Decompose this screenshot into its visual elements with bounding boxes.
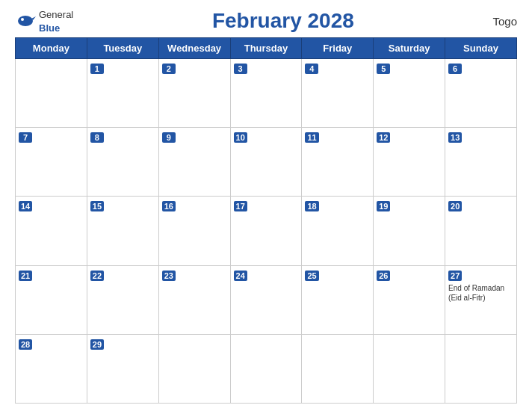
- week-row-1: 123456: [16, 59, 517, 128]
- day-number: 16: [162, 201, 176, 211]
- calendar-cell: 22: [87, 265, 158, 334]
- day-number: 18: [305, 201, 318, 211]
- day-number: 10: [234, 132, 247, 143]
- calendar-cell: 11: [302, 128, 374, 197]
- col-monday: Monday: [16, 38, 87, 59]
- day-number: 24: [234, 271, 247, 281]
- calendar-cell: 28: [16, 334, 87, 403]
- calendar-cell: 21: [16, 265, 87, 334]
- logo-blue-text: Blue: [39, 22, 60, 34]
- svg-point-2: [21, 18, 24, 21]
- weekday-header-row: Monday Tuesday Wednesday Thursday Friday…: [16, 38, 517, 59]
- calendar-cell: 3: [230, 59, 302, 128]
- calendar-cell: [158, 334, 230, 403]
- day-number: 12: [377, 132, 390, 143]
- col-thursday: Thursday: [230, 38, 302, 59]
- event-label: End of Ramadan (Eid al-Fitr): [448, 283, 513, 303]
- calendar-cell: [374, 334, 445, 403]
- calendar-cell: 6: [445, 59, 517, 128]
- calendar-cell: 27End of Ramadan (Eid al-Fitr): [445, 265, 517, 334]
- calendar-cell: 10: [230, 128, 302, 197]
- day-number: 14: [19, 201, 32, 211]
- col-tuesday: Tuesday: [87, 38, 158, 59]
- calendar-cell: 7: [16, 128, 87, 197]
- week-row-4: 21222324252627End of Ramadan (Eid al-Fit…: [16, 265, 517, 334]
- day-number: 1: [90, 64, 104, 74]
- calendar-cell: 8: [87, 128, 158, 197]
- day-number: 29: [90, 339, 104, 350]
- calendar-cell: [445, 334, 517, 403]
- logo-bird-icon: [15, 13, 36, 29]
- calendar-cell: 23: [158, 265, 230, 334]
- calendar-header: General Blue February 2028 Togo: [15, 7, 517, 34]
- logo-general-text: General: [39, 9, 73, 20]
- logo: General Blue: [15, 7, 73, 34]
- day-number: 3: [234, 64, 247, 74]
- week-row-3: 14151617181920: [16, 197, 517, 265]
- calendar-cell: 9: [158, 128, 230, 197]
- calendar-cell: 1: [87, 59, 158, 128]
- col-sunday: Sunday: [445, 38, 517, 59]
- calendar-cell: 14: [16, 197, 87, 265]
- page-title: February 2028: [212, 9, 354, 33]
- day-number: 6: [448, 64, 462, 74]
- calendar-cell: [16, 59, 87, 128]
- calendar-cell: 29: [87, 334, 158, 403]
- calendar-cell: 18: [302, 197, 374, 265]
- week-row-2: 78910111213: [16, 128, 517, 197]
- day-number: 7: [19, 132, 32, 143]
- col-friday: Friday: [302, 38, 374, 59]
- day-number: 4: [305, 64, 318, 74]
- week-row-5: 2829: [16, 334, 517, 403]
- day-number: 20: [448, 201, 462, 211]
- calendar-cell: 26: [374, 265, 445, 334]
- calendar-cell: 24: [230, 265, 302, 334]
- calendar-cell: 2: [158, 59, 230, 128]
- day-number: 8: [90, 132, 104, 143]
- calendar-cell: 16: [158, 197, 230, 265]
- day-number: 23: [162, 271, 176, 281]
- country-label: Togo: [492, 15, 517, 28]
- calendar-cell: 5: [374, 59, 445, 128]
- day-number: 25: [305, 271, 318, 281]
- calendar-cell: [230, 334, 302, 403]
- day-number: 11: [305, 132, 318, 143]
- day-number: 26: [377, 271, 390, 281]
- calendar-table: Monday Tuesday Wednesday Thursday Friday…: [15, 37, 517, 404]
- calendar-cell: 15: [87, 197, 158, 265]
- col-saturday: Saturday: [374, 38, 445, 59]
- day-number: 21: [19, 271, 32, 281]
- calendar-cell: 12: [374, 128, 445, 197]
- day-number: 19: [377, 201, 390, 211]
- calendar-cell: [302, 334, 374, 403]
- calendar-cell: 20: [445, 197, 517, 265]
- calendar-cell: 4: [302, 59, 374, 128]
- day-number: 28: [19, 339, 32, 350]
- day-number: 17: [234, 201, 247, 211]
- day-number: 27: [448, 271, 462, 281]
- calendar-cell: 25: [302, 265, 374, 334]
- day-number: 5: [377, 64, 390, 74]
- calendar-cell: 19: [374, 197, 445, 265]
- calendar-cell: 13: [445, 128, 517, 197]
- day-number: 13: [448, 132, 462, 143]
- day-number: 22: [90, 271, 104, 281]
- day-number: 2: [162, 64, 176, 74]
- svg-point-0: [18, 16, 33, 26]
- day-number: 9: [162, 132, 176, 143]
- col-wednesday: Wednesday: [158, 38, 230, 59]
- day-number: 15: [90, 201, 104, 211]
- calendar-cell: 17: [230, 197, 302, 265]
